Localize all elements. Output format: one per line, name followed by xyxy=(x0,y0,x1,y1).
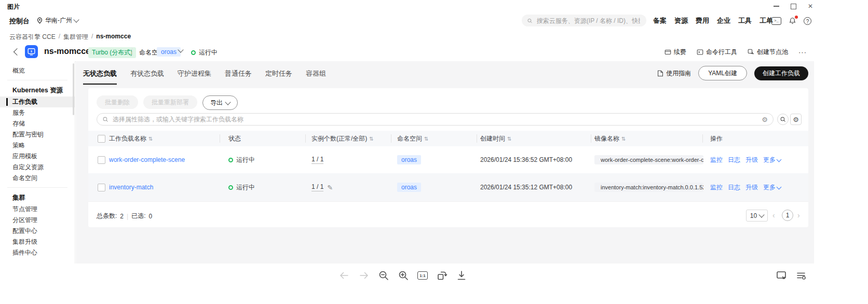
tab-deployments[interactable]: 无状态负载 xyxy=(83,62,117,85)
zoom-out-icon[interactable] xyxy=(378,270,389,281)
sidebar-item-namespaces[interactable]: 命名空间 xyxy=(0,173,75,184)
edit-icon[interactable]: ✎ xyxy=(327,184,333,191)
search-icon xyxy=(780,116,786,122)
nav-tools[interactable]: 工具 xyxy=(738,16,752,25)
filter-settings-icon[interactable]: ⚙ xyxy=(762,116,768,123)
batch-delete-button[interactable]: 批量删除 xyxy=(97,95,138,109)
chevron-down-icon xyxy=(777,157,782,162)
select-all-checkbox[interactable] xyxy=(98,135,105,143)
action-monitor[interactable]: 监控 xyxy=(710,183,723,192)
tab-pods[interactable]: 容器组 xyxy=(306,62,326,85)
prev-page-button[interactable]: ‹ xyxy=(772,211,775,219)
global-search-input[interactable] xyxy=(536,17,641,25)
sort-icon[interactable]: ⇅ xyxy=(148,136,153,142)
previous-image-icon[interactable] xyxy=(338,270,350,281)
topnav-links: 备案 资源 费用 企业 工具 工单 xyxy=(653,12,773,29)
action-upgrade[interactable]: 升级 xyxy=(745,156,758,164)
batch-redeploy-button[interactable]: 批量重新部署 xyxy=(143,95,197,109)
notifications-bell-icon[interactable] xyxy=(789,17,796,25)
next-image-icon[interactable] xyxy=(358,270,370,281)
viewer-toolbar: 1:1 xyxy=(0,264,868,304)
create-node-pool-button[interactable]: 创建节点池 xyxy=(748,48,788,57)
sidebar-scrollbar[interactable] xyxy=(73,63,74,115)
instance-count[interactable]: 1 / 1 xyxy=(311,183,323,191)
main-content: 无状态负载 有状态负载 守护进程集 普通任务 定时任务 容器组 使用指南 YAM… xyxy=(76,61,814,264)
row-checkbox[interactable] xyxy=(98,156,105,164)
sort-icon[interactable]: ⇅ xyxy=(507,136,511,142)
sidebar-item-custom-resources[interactable]: 自定义资源 xyxy=(0,162,75,173)
tab-daemonsets[interactable]: 守护进程集 xyxy=(178,62,211,85)
back-icon[interactable] xyxy=(13,48,21,56)
minimize-icon[interactable] xyxy=(774,6,779,6)
sidebar-item-app-templates[interactable]: 应用模板 xyxy=(0,151,75,162)
next-page-button[interactable]: › xyxy=(797,211,800,219)
global-search[interactable] xyxy=(522,15,646,26)
filter-search[interactable]: ⚙ xyxy=(97,113,774,126)
export-button[interactable]: 导出 xyxy=(202,95,238,110)
nav-enterprise[interactable]: 企业 xyxy=(717,16,730,25)
nav-beian[interactable]: 备案 xyxy=(653,16,667,25)
filter-search-input[interactable] xyxy=(112,115,758,123)
sidebar-item-storage[interactable]: 存储 xyxy=(0,118,75,129)
sidebar-item-config-center[interactable]: 配置中心 xyxy=(0,226,75,237)
sidebar-item-overview[interactable]: 概览 xyxy=(0,65,75,76)
close-icon[interactable]: ✕ xyxy=(808,3,813,9)
usage-guide-link[interactable]: 使用指南 xyxy=(657,69,691,78)
sidebar-item-partition-mgmt[interactable]: 分区管理 xyxy=(0,215,75,226)
nav-resources[interactable]: 资源 xyxy=(674,16,688,25)
action-more[interactable]: 更多 xyxy=(763,183,781,192)
action-more[interactable]: 更多 xyxy=(763,156,781,164)
region-selector[interactable]: 华南-广州 xyxy=(36,16,78,25)
namespace-tag: oroas xyxy=(397,155,421,164)
more-actions-button[interactable]: ··· xyxy=(798,48,807,56)
yaml-create-button[interactable]: YAML创建 xyxy=(698,66,747,80)
sidebar-item-addon-center[interactable]: 插件中心 xyxy=(0,247,75,258)
screen-capture-icon[interactable] xyxy=(776,270,787,281)
download-icon[interactable] xyxy=(456,270,467,281)
sidebar-item-node-mgmt[interactable]: 节点管理 xyxy=(0,204,75,215)
tab-cronjobs[interactable]: 定时任务 xyxy=(265,62,292,85)
cloud-shell-icon[interactable]: >_ xyxy=(771,17,781,25)
window-title: 图片 xyxy=(7,3,20,11)
image-chip: inventory-match:inventory-match.0.0.1.52… xyxy=(594,183,703,192)
action-logs[interactable]: 日志 xyxy=(728,156,740,164)
help-icon[interactable]: ? xyxy=(804,17,811,25)
cli-tools-button[interactable]: 命令行工具 xyxy=(697,48,737,57)
create-workload-button[interactable]: 创建工作负载 xyxy=(754,66,808,80)
page-size-select[interactable]: 10 xyxy=(746,210,768,222)
divider xyxy=(7,187,67,188)
namespace-tag: oroas xyxy=(397,183,421,192)
instance-count[interactable]: 1 / 1 xyxy=(311,156,323,164)
action-upgrade[interactable]: 升级 xyxy=(745,183,758,192)
renew-button[interactable]: 续费 xyxy=(664,48,686,57)
sidebar-item-policies[interactable]: 策略 xyxy=(0,140,75,151)
rotate-icon[interactable] xyxy=(436,270,447,281)
zoom-in-icon[interactable] xyxy=(398,270,409,281)
sort-icon[interactable]: ⇅ xyxy=(621,136,626,142)
nav-billing[interactable]: 费用 xyxy=(696,16,709,25)
search-button[interactable] xyxy=(777,114,789,125)
breadcrumb-cce[interactable]: 云容器引擎 CCE xyxy=(9,33,56,42)
maximize-icon[interactable] xyxy=(791,4,796,9)
sidebar-item-services[interactable]: 服务 xyxy=(0,107,75,118)
console-home-link[interactable]: 控制台 xyxy=(9,17,30,26)
app-body: 概览 Kubernetes 资源 工作负载 服务 存储 配置与密钥 策略 应用模… xyxy=(0,61,814,264)
workload-name-link[interactable]: inventory-match xyxy=(109,184,153,191)
sidebar-item-cluster-upgrade[interactable]: 集群升级 xyxy=(0,237,75,247)
toolbar-settings-icon[interactable] xyxy=(795,270,807,281)
tab-statefulsets[interactable]: 有状态负载 xyxy=(130,62,164,85)
sort-icon[interactable]: ⇅ xyxy=(369,136,373,142)
sidebar-item-workloads[interactable]: 工作负载 xyxy=(0,96,75,107)
breadcrumb-cluster-mgmt[interactable]: 集群管理 xyxy=(63,33,88,42)
workload-name-link[interactable]: work-order-complete-scene xyxy=(109,156,185,163)
tab-jobs[interactable]: 普通任务 xyxy=(225,62,252,85)
action-monitor[interactable]: 监控 xyxy=(710,156,723,164)
row-checkbox[interactable] xyxy=(98,184,105,191)
divider xyxy=(132,48,132,56)
sidebar-item-configmaps-secrets[interactable]: 配置与密钥 xyxy=(0,129,75,140)
action-logs[interactable]: 日志 xyxy=(728,183,740,192)
actual-size-icon[interactable]: 1:1 xyxy=(417,271,428,280)
sort-icon[interactable]: ⇅ xyxy=(424,136,428,142)
column-settings-button[interactable]: ⚙ xyxy=(790,114,802,125)
page-number-button[interactable]: 1 xyxy=(782,210,793,221)
